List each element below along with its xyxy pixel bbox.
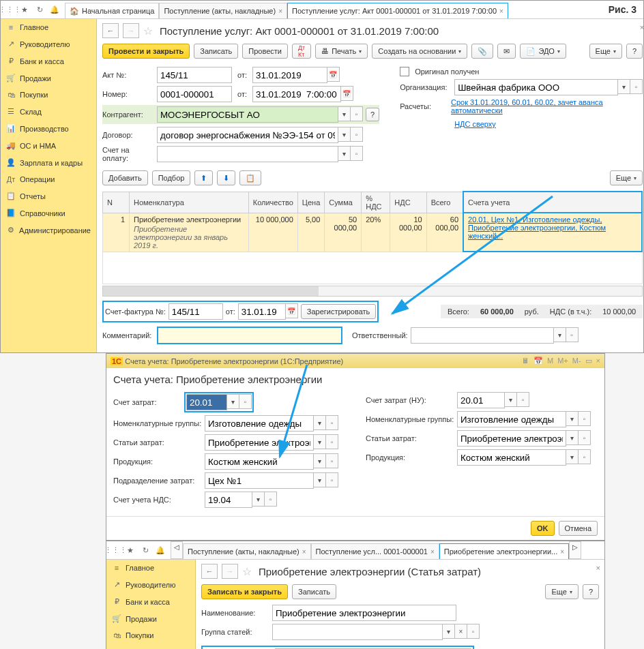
sidebar-item[interactable]: ≡Главное bbox=[1, 19, 96, 35]
tab-receipts[interactable]: Поступление (акты, накладные)× bbox=[159, 3, 287, 18]
cancel-button[interactable]: Отмена bbox=[559, 521, 598, 536]
group-input[interactable] bbox=[272, 624, 443, 640]
dropdown-icon[interactable]: ▾ bbox=[338, 106, 351, 121]
open-icon[interactable]: ▫ bbox=[351, 106, 363, 121]
close-icon[interactable]: × bbox=[596, 357, 600, 365]
tab-document[interactable]: Поступление услуг: Акт 0001-000001 от 31… bbox=[287, 3, 508, 18]
envelope-button[interactable]: ✉ bbox=[497, 44, 516, 59]
tab-home[interactable]: 🏠 Начальная страница bbox=[65, 3, 159, 18]
sidebar-item[interactable]: 🛍Покупки bbox=[106, 627, 195, 644]
calendar-icon[interactable]: 📅 bbox=[533, 357, 543, 365]
sf-date-input[interactable] bbox=[238, 303, 286, 320]
calendar-icon[interactable]: 📅 bbox=[286, 303, 298, 318]
move-up-button[interactable]: ⬆ bbox=[194, 170, 213, 185]
comment-input[interactable] bbox=[157, 327, 342, 344]
print-button[interactable]: 🖶 Печать▾ bbox=[315, 44, 368, 59]
sidebar-item[interactable]: 🚚ОС и НМА bbox=[1, 137, 96, 154]
product-input[interactable] bbox=[205, 453, 314, 470]
org-input[interactable] bbox=[454, 79, 618, 95]
nds-link[interactable]: НДС сверху bbox=[454, 120, 496, 128]
help-button[interactable]: ? bbox=[366, 108, 379, 121]
invoice-input[interactable] bbox=[157, 146, 338, 162]
more-button[interactable]: Еще▾ bbox=[545, 584, 578, 599]
dropdown-icon[interactable]: ▾ bbox=[338, 146, 351, 161]
tab-receipts[interactable]: Поступление (акты, накладные)× bbox=[183, 543, 311, 559]
dept-input[interactable] bbox=[205, 472, 314, 489]
star-icon[interactable]: ☆ bbox=[143, 25, 153, 37]
sidebar-item[interactable]: ₽Банк и касса bbox=[106, 593, 195, 610]
sidebar-item[interactable]: ДтОперации bbox=[1, 171, 96, 187]
open-icon[interactable]: ▫ bbox=[351, 127, 363, 142]
edo-button[interactable]: 📄 ЭДО▾ bbox=[520, 44, 566, 59]
more-button[interactable]: Еще▾ bbox=[589, 44, 622, 59]
calc-icon[interactable]: 🖩 bbox=[522, 357, 529, 365]
contract-input[interactable] bbox=[157, 127, 338, 143]
history-icon[interactable]: ↻ bbox=[32, 2, 47, 17]
sidebar-item[interactable]: 🛒Продажи bbox=[106, 610, 195, 627]
close-icon[interactable]: × bbox=[640, 23, 644, 31]
dtkt-button[interactable]: ДтКт bbox=[292, 44, 311, 59]
akt-date-input[interactable] bbox=[252, 67, 327, 83]
add-button[interactable]: Добавить bbox=[102, 170, 148, 185]
create-based-button[interactable]: Создать на основании▾ bbox=[372, 44, 467, 59]
open-icon[interactable]: ▫ bbox=[351, 146, 363, 161]
original-checkbox[interactable] bbox=[400, 67, 409, 76]
ok-button[interactable]: OK bbox=[531, 521, 555, 536]
sidebar-item[interactable]: ☰Склад bbox=[106, 644, 195, 649]
calc-link[interactable]: Срок 31.01.2019, 60.01, 60.02, зачет ава… bbox=[451, 98, 643, 115]
help-button[interactable]: ? bbox=[626, 44, 643, 59]
sidebar-item[interactable]: 📘Справочники bbox=[1, 205, 96, 222]
dropdown-icon[interactable]: ▾ bbox=[554, 327, 566, 342]
sidebar-item[interactable]: ₽Банк и касса bbox=[1, 52, 96, 70]
dropdown-icon[interactable]: ▾ bbox=[618, 79, 630, 94]
sidebar-item[interactable]: 🛍Покупки bbox=[1, 87, 96, 103]
post-button[interactable]: Провести bbox=[242, 44, 288, 59]
sidebar-item[interactable]: ≡Главное bbox=[106, 560, 195, 576]
tab-costitem[interactable]: Приобретение электроэнергии...× bbox=[439, 543, 569, 559]
datetime-input[interactable] bbox=[252, 86, 341, 102]
sidebar-item[interactable]: ↗Руководителю bbox=[1, 35, 96, 52]
sidebar-item[interactable]: ☰Склад bbox=[1, 103, 96, 120]
calendar-icon[interactable]: 📅 bbox=[341, 86, 353, 101]
name-input[interactable] bbox=[272, 605, 456, 621]
save-close-button[interactable]: Записать и закрыть bbox=[201, 584, 288, 599]
close-icon[interactable]: × bbox=[596, 564, 600, 572]
write-button[interactable]: Записать bbox=[292, 584, 336, 599]
cost-account-input[interactable] bbox=[186, 394, 227, 410]
calendar-icon[interactable]: 📅 bbox=[327, 67, 340, 82]
star-icon[interactable]: ★ bbox=[17, 2, 32, 17]
sidebar-item[interactable]: 👤Зарплата и кадры bbox=[1, 154, 96, 171]
post-close-button[interactable]: Провести и закрыть bbox=[102, 44, 190, 59]
tab-doc[interactable]: Поступление усл... 0001-000001× bbox=[311, 543, 439, 559]
sidebar-item[interactable]: 📊Производство bbox=[1, 120, 96, 137]
open-icon[interactable]: ▫ bbox=[566, 327, 579, 342]
accounts-link[interactable]: 20.01, Цех №1, Изготовление одежды, Прио… bbox=[468, 215, 606, 240]
files-button[interactable]: 📎 bbox=[471, 44, 493, 59]
close-icon[interactable]: × bbox=[278, 7, 282, 15]
minimize-icon[interactable]: ▭ bbox=[585, 357, 592, 365]
more-button[interactable]: Еще▾ bbox=[610, 170, 643, 185]
contractor-input[interactable] bbox=[157, 106, 338, 123]
sidebar-item[interactable]: ↗Руководителю bbox=[106, 576, 195, 593]
sf-number-input[interactable] bbox=[169, 303, 223, 320]
pick-button[interactable]: Подбор bbox=[152, 170, 191, 185]
forward-button[interactable]: → bbox=[123, 23, 139, 38]
bell-icon[interactable]: 🔔 bbox=[47, 2, 62, 17]
responsible-input[interactable] bbox=[411, 327, 554, 344]
help-button[interactable]: ? bbox=[583, 584, 599, 599]
write-button[interactable]: Записать bbox=[194, 44, 238, 59]
apps-icon[interactable]: ⋮⋮⋮ bbox=[2, 2, 17, 17]
open-icon[interactable]: ▫ bbox=[630, 79, 643, 94]
move-down-button[interactable]: ⬇ bbox=[217, 170, 235, 185]
sidebar-item[interactable]: 📋Отчеты bbox=[1, 187, 96, 205]
costitem-input[interactable] bbox=[205, 434, 314, 451]
table-row[interactable]: 1 Приобретение электроэнергииПриобретени… bbox=[103, 213, 643, 252]
back-button[interactable]: ← bbox=[102, 23, 119, 38]
nds-account-input[interactable] bbox=[205, 492, 252, 508]
akt-number-input[interactable] bbox=[157, 67, 232, 83]
close-icon[interactable]: × bbox=[499, 7, 503, 15]
register-button[interactable]: Зарегистрировать bbox=[301, 304, 377, 319]
nomgrp-input[interactable] bbox=[205, 415, 314, 432]
dropdown-icon[interactable]: ▾ bbox=[338, 127, 351, 142]
sidebar-item[interactable]: 🛒Продажи bbox=[1, 70, 96, 87]
